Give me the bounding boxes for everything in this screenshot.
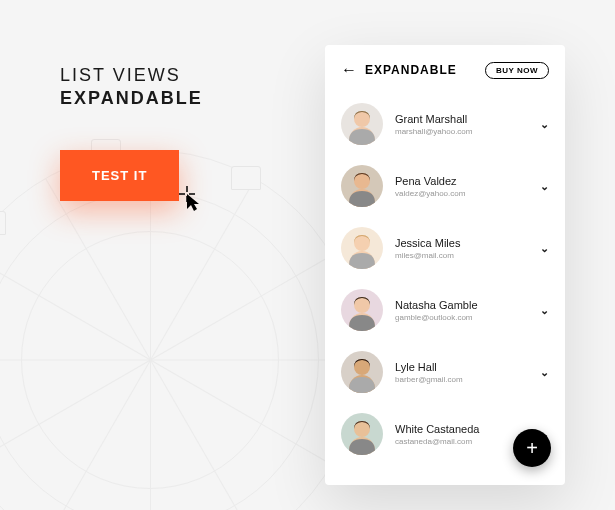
contact-name: Jessica Miles bbox=[395, 237, 528, 249]
contact-name: Lyle Hall bbox=[395, 361, 528, 373]
list-item[interactable]: Natasha Gamble gamble@outlook.com ⌄ bbox=[325, 279, 565, 341]
contact-email: gamble@outlook.com bbox=[395, 313, 528, 322]
avatar bbox=[341, 227, 383, 269]
chevron-down-icon: ⌄ bbox=[540, 304, 549, 317]
cursor-icon bbox=[179, 186, 205, 212]
chevron-down-icon: ⌄ bbox=[540, 118, 549, 131]
avatar bbox=[341, 103, 383, 145]
heading-line1: LIST VIEWS bbox=[60, 65, 203, 86]
chevron-down-icon: ⌄ bbox=[540, 180, 549, 193]
contact-info: Lyle Hall barber@gmail.com bbox=[395, 361, 528, 384]
contact-info: Pena Valdez valdez@yahoo.com bbox=[395, 175, 528, 198]
list-item[interactable]: Pena Valdez valdez@yahoo.com ⌄ bbox=[325, 155, 565, 217]
contact-email: barber@gmail.com bbox=[395, 375, 528, 384]
buy-now-button[interactable]: BUY NOW bbox=[485, 62, 549, 79]
add-fab-button[interactable]: + bbox=[513, 429, 551, 467]
test-it-button[interactable]: TEST IT bbox=[60, 150, 179, 201]
contact-email: castaneda@mail.com bbox=[395, 437, 528, 446]
section-heading: LIST VIEWS EXPANDABLE bbox=[60, 65, 203, 109]
list-item[interactable]: Lyle Hall barber@gmail.com ⌄ bbox=[325, 341, 565, 403]
avatar bbox=[341, 351, 383, 393]
contact-email: marshall@yahoo.com bbox=[395, 127, 528, 136]
contact-info: Grant Marshall marshall@yahoo.com bbox=[395, 113, 528, 136]
phone-header: ← EXPANDABLE BUY NOW bbox=[325, 61, 565, 93]
contact-name: White Castaneda bbox=[395, 423, 528, 435]
avatar bbox=[341, 165, 383, 207]
list-item[interactable]: Jessica Miles miles@mail.com ⌄ bbox=[325, 217, 565, 279]
contact-name: Grant Marshall bbox=[395, 113, 528, 125]
contact-info: Natasha Gamble gamble@outlook.com bbox=[395, 299, 528, 322]
plus-icon: + bbox=[526, 437, 538, 460]
contact-email: valdez@yahoo.com bbox=[395, 189, 528, 198]
chevron-down-icon: ⌄ bbox=[540, 242, 549, 255]
phone-title: EXPANDABLE bbox=[365, 63, 477, 77]
contact-email: miles@mail.com bbox=[395, 251, 528, 260]
contact-name: Natasha Gamble bbox=[395, 299, 528, 311]
contact-name: Pena Valdez bbox=[395, 175, 528, 187]
avatar bbox=[341, 289, 383, 331]
contact-info: Jessica Miles miles@mail.com bbox=[395, 237, 528, 260]
contacts-list: Grant Marshall marshall@yahoo.com ⌄ Pena… bbox=[325, 93, 565, 469]
heading-line2: EXPANDABLE bbox=[60, 88, 203, 109]
chevron-down-icon: ⌄ bbox=[540, 366, 549, 379]
back-arrow-icon[interactable]: ← bbox=[341, 61, 357, 79]
list-item[interactable]: Grant Marshall marshall@yahoo.com ⌄ bbox=[325, 93, 565, 155]
avatar bbox=[341, 413, 383, 455]
phone-mockup: ← EXPANDABLE BUY NOW Grant Marshall mars… bbox=[325, 45, 565, 485]
contact-info: White Castaneda castaneda@mail.com bbox=[395, 423, 528, 446]
